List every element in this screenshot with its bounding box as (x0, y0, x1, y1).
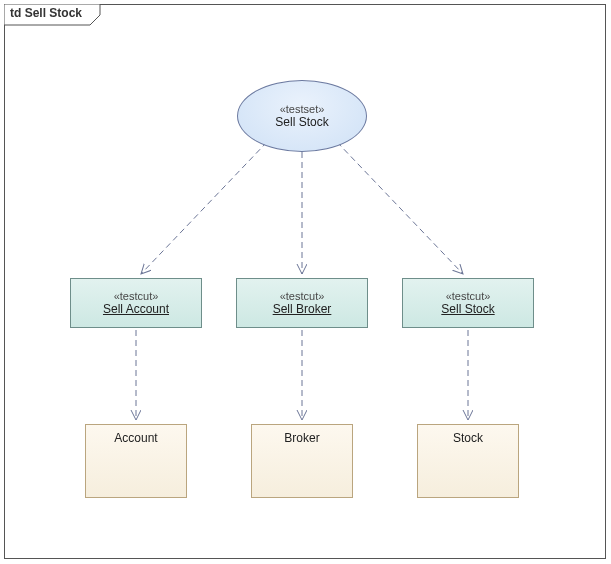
testcut-name: Sell Broker (273, 302, 332, 316)
testcut-sell-broker[interactable]: «testcut» Sell Broker (236, 278, 368, 328)
testcut-name: Sell Stock (441, 302, 494, 316)
testcut-name: Sell Account (103, 302, 169, 316)
testset-stereotype: «testset» (280, 103, 325, 115)
class-broker[interactable]: Broker (251, 424, 353, 498)
frame-title-tab: td Sell Stock (4, 4, 114, 26)
class-name: Account (114, 431, 157, 445)
testset-name: Sell Stock (275, 115, 328, 129)
class-name: Broker (284, 431, 319, 445)
diagram-canvas: td Sell Stock «testset» Sell Stock «test… (0, 0, 611, 564)
class-name: Stock (453, 431, 483, 445)
frame-title: td Sell Stock (10, 6, 82, 20)
class-account[interactable]: Account (85, 424, 187, 498)
testcut-sell-account[interactable]: «testcut» Sell Account (70, 278, 202, 328)
testcut-sell-stock[interactable]: «testcut» Sell Stock (402, 278, 534, 328)
testcut-stereotype: «testcut» (114, 290, 159, 302)
testcut-stereotype: «testcut» (446, 290, 491, 302)
class-stock[interactable]: Stock (417, 424, 519, 498)
testset-node[interactable]: «testset» Sell Stock (237, 80, 367, 152)
testcut-stereotype: «testcut» (280, 290, 325, 302)
